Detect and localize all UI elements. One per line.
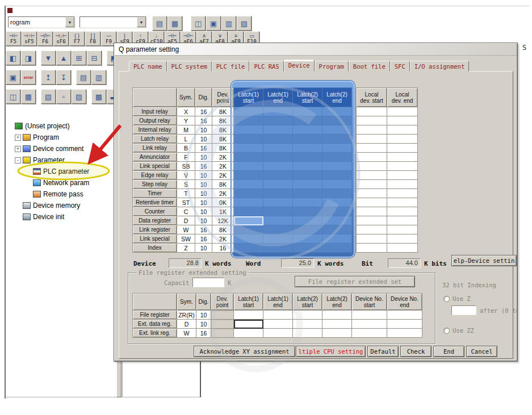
- dialog-tab[interactable]: PLC RAS: [249, 61, 283, 72]
- latch2-end-cell[interactable]: [322, 180, 352, 189]
- dig-cell[interactable]: 10: [195, 153, 212, 162]
- latch2-start-cell[interactable]: [293, 125, 322, 135]
- sym-cell[interactable]: C: [177, 207, 195, 216]
- dig-cell[interactable]: 16: [195, 225, 212, 234]
- dig-cell[interactable]: 10: [195, 198, 212, 207]
- latch1-start-cell[interactable]: [234, 171, 263, 180]
- secondary-combo[interactable]: ▼: [79, 16, 146, 28]
- local-dev-end-cell[interactable]: [387, 234, 418, 244]
- local-dev-end-cell[interactable]: [387, 171, 418, 180]
- toolbar-button[interactable]: ◨: [21, 51, 36, 65]
- dev-point-cell[interactable]: 2K: [212, 234, 234, 244]
- latch2-start-cell[interactable]: [293, 320, 322, 329]
- tree-item[interactable]: - Parameter: [6, 154, 116, 166]
- toolbar-button[interactable]: ▧: [41, 89, 56, 104]
- toolbar-button[interactable]: ⊟: [87, 51, 102, 65]
- toolbar-button[interactable]: ▦: [21, 89, 36, 104]
- toolbar-button[interactable]: ↥: [41, 70, 56, 85]
- sym-cell[interactable]: M: [177, 125, 195, 135]
- latch2-end-cell[interactable]: [322, 125, 352, 135]
- tree-expander[interactable]: +: [15, 135, 21, 141]
- sym-cell[interactable]: W: [177, 225, 195, 234]
- latch2-end-cell[interactable]: [322, 311, 352, 320]
- toolbar-button[interactable]: ⊞: [72, 51, 86, 65]
- sym-cell[interactable]: B: [177, 144, 195, 153]
- chevron-down-icon[interactable]: ▼: [65, 17, 74, 27]
- dig-cell[interactable]: 16: [195, 144, 212, 153]
- local-dev-end-cell[interactable]: [387, 189, 418, 198]
- dev-point-cell[interactable]: 8K: [212, 144, 234, 153]
- dev-point-cell[interactable]: 2K: [212, 171, 234, 180]
- dev-point-cell[interactable]: 12K: [212, 216, 234, 225]
- dev-point-cell[interactable]: 8K: [212, 107, 234, 116]
- dig-cell[interactable]: 10: [195, 244, 212, 253]
- toolbar-button[interactable]: ▫: [56, 89, 71, 104]
- dialog-titlebar[interactable]: Q parameter setting: [115, 44, 517, 56]
- local-dev-end-cell[interactable]: [387, 198, 418, 207]
- latch1-start-cell[interactable]: [234, 125, 263, 135]
- latch1-start-cell[interactable]: [234, 225, 263, 234]
- toolbar-button[interactable]: ▤: [152, 16, 167, 31]
- program-combo[interactable]: rogram ▼: [8, 16, 75, 28]
- latch2-end-cell[interactable]: [322, 320, 352, 329]
- local-dev-end-cell[interactable]: [387, 244, 418, 253]
- sym-cell[interactable]: F: [177, 153, 195, 162]
- latch2-end-cell[interactable]: [322, 107, 352, 116]
- device-no-end-cell[interactable]: [387, 320, 422, 329]
- local-dev-end-cell[interactable]: [387, 153, 418, 162]
- latch2-start-cell[interactable]: [293, 329, 322, 338]
- local-dev-start-cell[interactable]: [357, 116, 387, 125]
- toolbar-button[interactable]: ▨: [72, 89, 86, 104]
- latch1-start-cell[interactable]: [234, 180, 263, 189]
- tree-item[interactable]: + Program: [6, 132, 116, 143]
- latch2-start-cell[interactable]: [293, 225, 322, 234]
- dig-cell[interactable]: 16: [196, 329, 211, 338]
- dev-point-cell[interactable]: 8K: [212, 116, 234, 125]
- latch1-start-cell[interactable]: [234, 329, 263, 338]
- local-dev-start-cell[interactable]: [357, 234, 387, 244]
- device-no-end-cell[interactable]: [387, 311, 422, 320]
- sym-cell[interactable]: D: [177, 216, 195, 225]
- latch2-end-cell[interactable]: [322, 216, 352, 225]
- dig-cell[interactable]: 10: [196, 311, 211, 320]
- latch2-start-cell[interactable]: [293, 116, 322, 125]
- local-dev-end-cell[interactable]: [387, 225, 418, 234]
- latch1-end-cell[interactable]: [263, 320, 293, 329]
- dialog-tab[interactable]: SFC: [390, 61, 410, 72]
- latch2-start-cell[interactable]: [293, 198, 322, 207]
- latch2-start-cell[interactable]: [293, 180, 322, 189]
- index-after-input[interactable]: [451, 305, 476, 315]
- toolbar-button[interactable]: ▧: [237, 16, 252, 31]
- dev-point-cell[interactable]: 8K: [212, 225, 234, 234]
- latch2-end-cell[interactable]: [322, 189, 352, 198]
- ladder-symbol-button[interactable]: ( ) F7: [69, 31, 85, 46]
- latch2-start-cell[interactable]: [293, 162, 322, 171]
- tree-item[interactable]: Device init: [6, 211, 116, 223]
- toolbar-button[interactable]: ▼: [41, 51, 56, 65]
- latch1-start-cell[interactable]: [234, 198, 263, 207]
- local-dev-start-cell[interactable]: [357, 135, 387, 144]
- use-zz-radio[interactable]: Use ZZ: [443, 327, 474, 334]
- dev-point-cell[interactable]: 1K: [212, 207, 234, 216]
- dig-cell[interactable]: 10: [196, 320, 211, 329]
- local-dev-end-cell[interactable]: [387, 116, 418, 125]
- device-no-end-cell[interactable]: [387, 329, 422, 338]
- tree-item[interactable]: (Unset project): [6, 120, 116, 132]
- ladder-symbol-button[interactable]: ⊣↑⊢ sF5: [22, 31, 37, 46]
- ladder-symbol-button[interactable]: ⊣⊢ F5: [6, 31, 21, 46]
- latch2-start-cell[interactable]: [293, 216, 322, 225]
- dig-cell[interactable]: 16: [195, 116, 212, 125]
- dev-point-cell[interactable]: 2K: [212, 162, 234, 171]
- latch2-end-cell[interactable]: [322, 144, 352, 153]
- sym-cell[interactable]: V: [177, 171, 195, 180]
- dev-point-cell[interactable]: 2K: [212, 153, 234, 162]
- sym-cell[interactable]: SW: [177, 234, 195, 244]
- latch1-end-cell[interactable]: [263, 189, 293, 198]
- toolbar-button[interactable]: error: [21, 70, 36, 85]
- latch1-end-cell[interactable]: [263, 207, 293, 216]
- latch2-start-cell[interactable]: [293, 107, 322, 116]
- latch1-start-cell[interactable]: [234, 311, 263, 320]
- latch1-start-cell[interactable]: [234, 144, 263, 153]
- latch2-start-cell[interactable]: [293, 144, 322, 153]
- local-dev-end-cell[interactable]: [387, 107, 418, 116]
